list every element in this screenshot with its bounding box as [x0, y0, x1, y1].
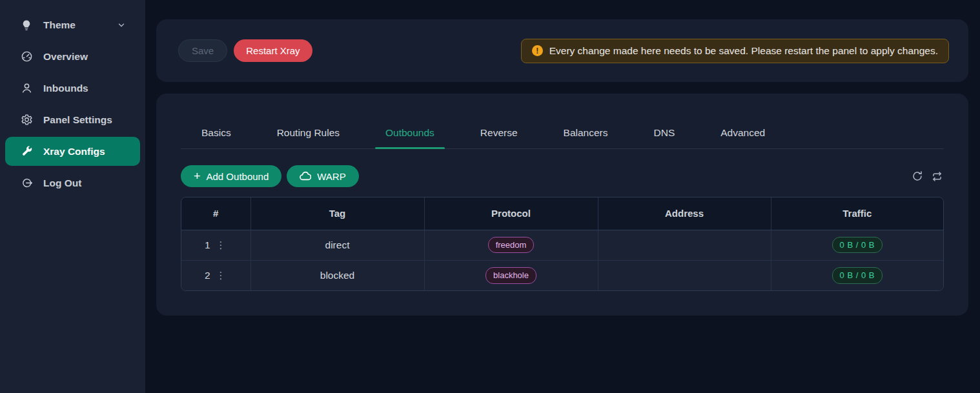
sidebar-item-label: Inbounds — [43, 83, 88, 94]
traffic-badge: 0 B / 0 B — [832, 237, 883, 254]
warning-icon: ! — [532, 45, 543, 56]
dashboard-icon — [19, 50, 34, 64]
row-index: 2 — [205, 270, 210, 281]
gear-icon — [19, 113, 34, 127]
column-header-traffic: Traffic — [771, 197, 943, 230]
logout-icon — [19, 176, 34, 190]
sidebar-item-label: Panel Settings — [43, 114, 112, 126]
tab-advanced[interactable]: Advanced — [710, 121, 775, 148]
outbounds-table: # Tag Protocol Address Traffic 1 — [181, 197, 944, 291]
sidebar-item-label: Theme — [43, 19, 76, 31]
row-address — [598, 230, 771, 260]
table-tools — [910, 169, 944, 183]
table-row: 1 ⋮ direct freedom 0 B / 0 B — [181, 230, 943, 260]
column-header-tag: Tag — [250, 197, 424, 230]
bulb-icon — [19, 18, 34, 32]
sidebar-item-label: Xray Configs — [43, 146, 105, 157]
warp-label: WARP — [317, 171, 345, 182]
sidebar-item-log-out[interactable]: Log Out — [5, 168, 140, 197]
repeat-icon[interactable] — [930, 169, 944, 183]
xray-configs-card: Basics Routing Rules Outbounds Reverse B… — [156, 94, 968, 316]
column-header-protocol: Protocol — [424, 197, 598, 230]
column-header-index: # — [181, 197, 250, 230]
sidebar-item-label: Log Out — [43, 177, 81, 189]
add-outbound-button[interactable]: + Add Outbound — [181, 165, 281, 187]
plus-icon: + — [194, 170, 201, 182]
tab-routing-rules[interactable]: Routing Rules — [267, 121, 350, 148]
sidebar-item-overview[interactable]: Overview — [5, 42, 140, 71]
protocol-badge: blackhole — [485, 267, 536, 284]
sidebar-item-theme[interactable]: Theme — [5, 10, 140, 39]
protocol-badge: freedom — [488, 237, 535, 254]
traffic-badge: 0 B / 0 B — [832, 267, 883, 284]
toolbar-card: Save Restart Xray ! Every change made he… — [156, 19, 968, 82]
sidebar-item-inbounds[interactable]: Inbounds — [5, 74, 140, 103]
add-outbound-label: Add Outbound — [207, 171, 269, 182]
main-content: Save Restart Xray ! Every change made he… — [145, 0, 980, 393]
sidebar-item-label: Overview — [43, 51, 88, 63]
unsaved-changes-alert: ! Every change made here needs to be sav… — [521, 39, 949, 63]
sidebar: Theme Overview Inbounds Panel Settings — [0, 0, 145, 393]
sidebar-item-panel-settings[interactable]: Panel Settings — [5, 105, 140, 134]
sidebar-item-xray-configs[interactable]: Xray Configs — [5, 137, 140, 166]
row-tag: blocked — [250, 260, 424, 290]
tab-bar: Basics Routing Rules Outbounds Reverse B… — [181, 94, 944, 149]
tab-balancers[interactable]: Balancers — [553, 121, 618, 148]
refresh-icon[interactable] — [910, 169, 924, 183]
tab-outbounds[interactable]: Outbounds — [375, 121, 445, 148]
alert-text: Every change made here needs to be saved… — [549, 45, 938, 57]
row-tag: direct — [250, 230, 424, 260]
user-icon — [19, 81, 34, 96]
tab-basics[interactable]: Basics — [191, 121, 241, 148]
row-menu-icon[interactable]: ⋮ — [215, 269, 227, 281]
row-index: 1 — [205, 239, 210, 251]
cloud-icon — [300, 172, 311, 181]
warp-button[interactable]: WARP — [287, 165, 358, 187]
row-address — [598, 260, 771, 290]
restart-xray-button[interactable]: Restart Xray — [234, 39, 312, 62]
actions-row: + Add Outbound WARP — [181, 165, 944, 187]
wrench-icon — [19, 145, 34, 159]
app-window: Theme Overview Inbounds Panel Settings — [0, 0, 980, 393]
chevron-down-icon — [117, 21, 126, 30]
tab-dns[interactable]: DNS — [644, 121, 686, 148]
table-header-row: # Tag Protocol Address Traffic — [181, 197, 943, 230]
save-button[interactable]: Save — [178, 39, 227, 62]
table-row: 2 ⋮ blocked blackhole 0 B / 0 B — [181, 260, 943, 290]
tab-reverse[interactable]: Reverse — [470, 121, 528, 148]
column-header-address: Address — [598, 197, 771, 230]
row-menu-icon[interactable]: ⋮ — [215, 239, 227, 251]
